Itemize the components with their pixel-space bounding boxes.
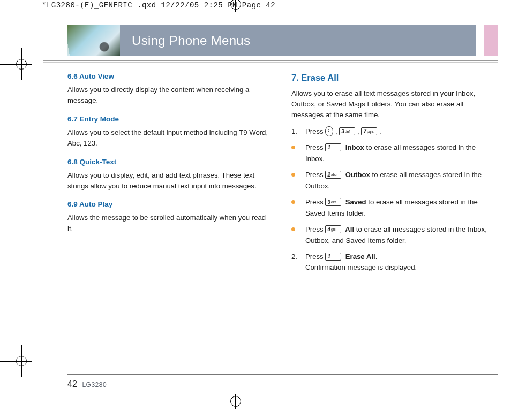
key-4-icon: 4ghi [325, 225, 341, 233]
divider [43, 62, 498, 63]
left-column: 6.6 Auto View Allows you to directly dis… [67, 71, 271, 279]
step-body: Press , 3def , 7pqrs . [305, 126, 495, 137]
footer-text: 42 LG3280 [67, 379, 498, 389]
registration-mark-bottom-left [16, 356, 27, 366]
bullet-icon [291, 224, 305, 246]
heading-6-8: 6.8 Quick-Text [67, 157, 271, 168]
text: Press [305, 127, 325, 135]
step-body: Press 3def Saved to erase all messages s… [305, 197, 495, 219]
body-text: Allows you to display, edit, and add tex… [67, 170, 271, 192]
right-column: 7. Erase All Allows you to erase all tex… [291, 71, 495, 279]
heading-6-7: 6.7 Entry Mode [67, 114, 271, 125]
step-list: 1. Press , 3def , 7pqrs . Press [291, 126, 495, 273]
page-title: Using Phone Menus [120, 25, 476, 56]
page-number: 42 [67, 379, 77, 388]
text: . [379, 127, 381, 135]
list-item: Press 1 Inbox to erase all messages stor… [291, 142, 495, 164]
bold-label: Outbox [343, 171, 370, 179]
text: , [335, 127, 339, 135]
registration-mark-top-left [16, 59, 27, 70]
bullet-icon [291, 170, 305, 192]
footer: 42 LG3280 [67, 374, 498, 389]
step-body: Press 1 Inbox to erase all messages stor… [305, 142, 495, 164]
registration-mark-bottom [230, 396, 241, 407]
heading-6-9: 6.9 Auto Play [67, 199, 271, 210]
body-text: Allows you to directly display the conte… [67, 85, 271, 106]
bold-label: Saved [343, 198, 366, 206]
key-7-icon: 7pqrs [361, 127, 377, 135]
body-text: Allows you to erase all text messages st… [291, 88, 495, 121]
file-header: *LG3280-(E)_GENERIC .qxd 12/22/05 2:25 P… [0, 0, 511, 10]
list-item: 2. Press 1 Erase All. Confirmation messa… [291, 251, 495, 273]
list-item: Press 2abc Outbox to erase all messages … [291, 170, 495, 192]
bullet-icon [291, 142, 305, 164]
divider [67, 376, 498, 376]
content-columns: 6.6 Auto View Allows you to directly dis… [43, 71, 498, 279]
step-body: Press 2abc Outbox to erase all messages … [305, 170, 495, 192]
list-item: Press 4ghi All to erase all messages sto… [291, 224, 495, 246]
header-band: Using Phone Menus [67, 25, 498, 56]
body-text: Allows the message to be scrolled automa… [67, 212, 271, 234]
list-item: Press 3def Saved to erase all messages s… [291, 197, 495, 219]
text: . [375, 253, 378, 261]
text: Press [305, 198, 325, 206]
heading-7: 7. Erase All [291, 71, 495, 85]
text: Press [305, 225, 325, 233]
divider [67, 374, 498, 375]
header-photo [67, 25, 120, 56]
text: Press [305, 253, 325, 261]
text: Press [305, 171, 325, 179]
step-number: 2. [291, 251, 305, 273]
key-3-icon: 3def [325, 198, 341, 206]
key-2-icon: 2abc [325, 171, 341, 179]
text: , [357, 127, 361, 135]
model-name: LG3280 [82, 381, 107, 388]
text: Press [305, 143, 325, 151]
divider [43, 60, 498, 61]
step-number: 1. [291, 126, 305, 137]
bold-label: Inbox [343, 143, 364, 151]
bold-label: All [343, 225, 354, 233]
bold-label: Erase All [343, 253, 375, 261]
text: Confirmation message is displayed. [305, 263, 417, 271]
body-text: Allows you to select the default input m… [67, 127, 271, 149]
crop-line-bottom [235, 404, 235, 420]
header-gap [476, 25, 480, 56]
page-body: Using Phone Menus 6.6 Auto View Allows y… [43, 25, 498, 279]
nav-key-icon [325, 126, 333, 136]
list-item: 1. Press , 3def , 7pqrs . [291, 126, 495, 137]
header-tab-pink [484, 25, 498, 56]
heading-6-6: 6.6 Auto View [67, 71, 271, 82]
key-1-icon: 1 [325, 143, 341, 151]
key-1-icon: 1 [325, 253, 341, 261]
bullet-icon [291, 197, 305, 219]
step-body: Press 4ghi All to erase all messages sto… [305, 224, 495, 246]
step-body: Press 1 Erase All. Confirmation message … [305, 251, 495, 273]
key-3-icon: 3def [339, 127, 355, 135]
